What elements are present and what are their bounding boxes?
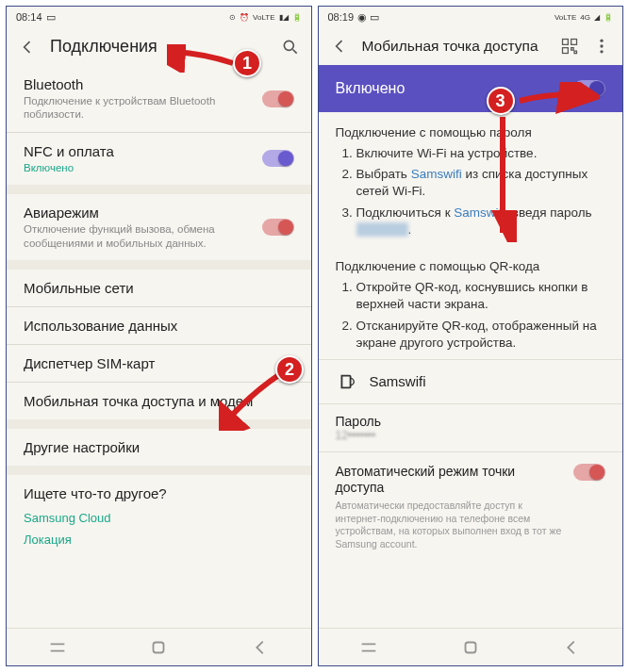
screen-hotspot: 08:19 ◉ ▭ VoLTE4G◢🔋 Мобильная точка дост… xyxy=(318,6,624,666)
svg-rect-2 xyxy=(563,40,569,45)
nav-back-icon[interactable] xyxy=(250,637,271,658)
svg-rect-1 xyxy=(154,642,164,652)
hotspot-icon xyxy=(336,371,356,392)
status-time: 08:19 xyxy=(328,11,355,23)
auto-hotspot-row[interactable]: Автоматический режим точки доступа Автом… xyxy=(319,451,623,559)
svg-rect-8 xyxy=(465,642,475,652)
ssid-row[interactable]: Samswifi xyxy=(319,359,623,403)
status-bar: 08:19 ◉ ▭ VoLTE4G◢🔋 xyxy=(319,7,623,27)
item-other-settings[interactable]: Другие настройки xyxy=(7,429,311,466)
screen-connections: 08:14 ▭ ⊙⏰VoLTE▮◢🔋 Подключения Bluetooth… xyxy=(6,6,312,666)
svg-rect-4 xyxy=(563,48,569,54)
password-masked: xxxx xyxy=(356,222,408,237)
item-title: Bluetooth xyxy=(24,76,253,92)
annotation-arrow-2 xyxy=(219,369,285,431)
item-nfc[interactable]: NFC и оплата Включено xyxy=(7,133,311,185)
nav-home-icon[interactable] xyxy=(460,637,481,658)
auto-title: Автоматический режим точки доступа xyxy=(336,464,565,497)
password-value: 12••••••• xyxy=(336,429,606,442)
status-icons: VoLTE4G◢🔋 xyxy=(555,13,613,22)
item-sub: Подключение к устройствам Bluetooth побл… xyxy=(24,94,253,122)
back-icon[interactable] xyxy=(330,37,349,56)
auto-hotspot-toggle[interactable] xyxy=(573,464,605,481)
password-row[interactable]: Пароль 12••••••• xyxy=(319,403,623,451)
nav-recents-icon[interactable] xyxy=(47,637,68,658)
airplane-toggle[interactable] xyxy=(262,219,294,236)
annotation-arrow-1 xyxy=(167,44,238,73)
item-title: NFC и оплата xyxy=(24,143,114,159)
annotation-arrow-3b xyxy=(488,115,517,242)
annotation-arrow-3a xyxy=(515,82,600,120)
header: Подключения xyxy=(7,27,311,66)
svg-rect-3 xyxy=(571,40,577,45)
annotation-marker-1: 1 xyxy=(233,49,261,77)
item-bluetooth[interactable]: Bluetooth Подключение к устройствам Blue… xyxy=(7,66,311,133)
more-icon[interactable] xyxy=(592,37,611,56)
banner-label: Включено xyxy=(336,80,406,97)
status-bar: 08:14 ▭ ⊙⏰VoLTE▮◢🔋 xyxy=(7,7,311,27)
password-label: Пароль xyxy=(336,414,606,429)
help-section: Ищете что-то другое? Samsung Cloud Локац… xyxy=(7,475,311,557)
ssid-link[interactable]: Samswifi xyxy=(411,167,462,181)
status-time: 08:14 xyxy=(16,11,42,23)
section-head: Подключение с помощью пароля xyxy=(336,125,606,139)
item-mobile-networks[interactable]: Мобильные сети xyxy=(7,270,311,307)
svg-point-0 xyxy=(284,41,293,50)
notification-icon: ◉ ▭ xyxy=(357,11,379,24)
nfc-toggle[interactable] xyxy=(262,150,294,167)
notification-icon: ▭ xyxy=(46,11,56,24)
qr-icon[interactable] xyxy=(560,37,579,56)
search-icon[interactable] xyxy=(281,38,300,57)
section-head: Подключение с помощью QR-кода xyxy=(336,259,606,273)
instructions-password: Подключение с помощью пароля Включите Wi… xyxy=(319,112,623,246)
link-location[interactable]: Локация xyxy=(24,533,294,547)
step-2: Выбрать Samswifi из списка доступных сет… xyxy=(356,166,606,200)
nav-back-icon[interactable] xyxy=(561,637,582,658)
step-1: Включите Wi-Fi на устройстве. xyxy=(356,145,606,162)
nav-bar xyxy=(319,628,623,665)
qr-step-1: Откройте QR-код, коснувшись кнопки в вер… xyxy=(356,279,606,313)
instructions-qr: Подключение с помощью QR-кода Откройте Q… xyxy=(319,246,623,359)
divider xyxy=(7,185,311,194)
back-icon[interactable] xyxy=(18,38,37,57)
auto-sub: Автоматически предоставляйте доступ к ин… xyxy=(336,500,565,551)
page-title: Мобильная точка доступа xyxy=(362,38,548,55)
bluetooth-toggle[interactable] xyxy=(262,90,294,107)
item-title: Авиарежим xyxy=(24,205,253,221)
step-3: Подключиться к Samswifi, введя пароль xx… xyxy=(356,205,606,238)
item-data-usage[interactable]: Использование данных xyxy=(7,307,311,345)
svg-point-5 xyxy=(600,40,603,42)
annotation-marker-3: 3 xyxy=(487,87,515,115)
header: Мобильная точка доступа xyxy=(319,27,623,65)
nav-home-icon[interactable] xyxy=(148,637,169,658)
annotation-marker-2: 2 xyxy=(275,355,304,384)
nav-recents-icon[interactable] xyxy=(358,637,379,658)
status-icons: ⊙⏰VoLTE▮◢🔋 xyxy=(229,13,301,22)
item-sub: Отключение функций вызова, обмена сообще… xyxy=(24,222,253,250)
item-airplane[interactable]: Авиарежим Отключение функций вызова, обм… xyxy=(7,194,311,260)
svg-point-6 xyxy=(600,44,603,47)
help-title: Ищете что-то другое? xyxy=(24,485,294,501)
link-samsung-cloud[interactable]: Samsung Cloud xyxy=(24,511,294,525)
ssid-value: Samswifi xyxy=(370,373,426,389)
qr-step-2: Отсканируйте QR-код, отображенный на экр… xyxy=(356,318,606,352)
item-sub: Включено xyxy=(24,161,114,174)
svg-point-7 xyxy=(600,50,603,53)
nav-bar xyxy=(7,628,311,665)
divider xyxy=(7,260,311,270)
divider xyxy=(7,466,311,475)
